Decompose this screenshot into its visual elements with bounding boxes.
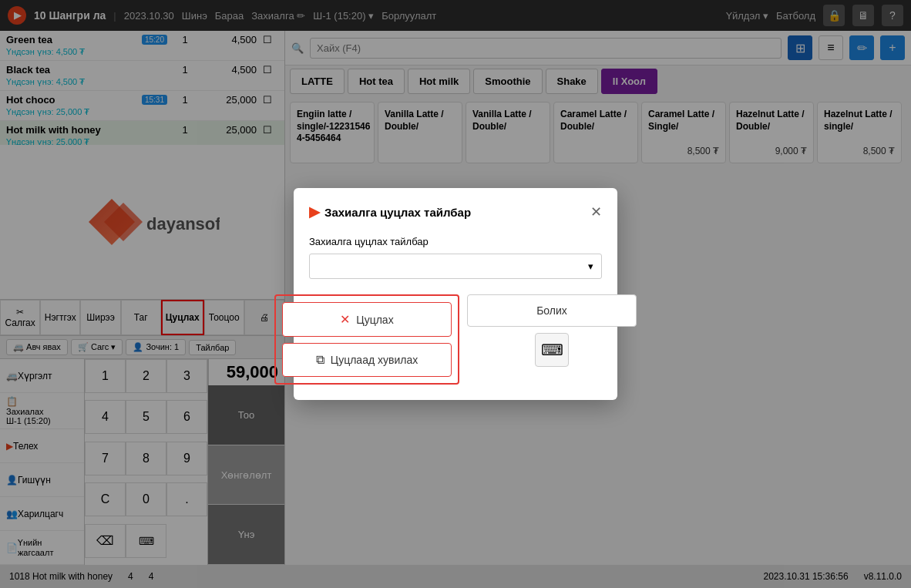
cancel-button[interactable]: Болих — [467, 294, 637, 327]
modal-field-label: Захиалга цуцлах тайлбар — [309, 236, 602, 247]
keyboard-button[interactable]: ⌨ — [535, 333, 569, 367]
chevron-down-icon: ▾ — [588, 260, 593, 272]
copy-delete-button[interactable]: ⧉ Цуцлаад хувилах — [282, 343, 452, 377]
copy-icon: ⧉ — [316, 353, 324, 367]
modal-btn-group: ✕ Цуцлах ⧉ Цуцлаад хувилах — [274, 294, 459, 385]
cancel-order-modal: ▶ Захиалга цуцлах тайлбар ✕ Захиалга цуц… — [294, 188, 617, 400]
modal-title: ▶ Захиалга цуцлах тайлбар — [309, 203, 471, 220]
modal-overlay: ▶ Захиалга цуцлах тайлбар ✕ Захиалга цуц… — [0, 0, 911, 588]
modal-header: ▶ Захиалга цуцлах тайлбар ✕ — [309, 203, 602, 220]
modal-reason-select[interactable]: ▾ — [309, 254, 602, 279]
modal-close-button[interactable]: ✕ — [590, 203, 602, 220]
delete-button[interactable]: ✕ Цуцлах — [282, 302, 452, 337]
modal-actions-row: ✕ Цуцлах ⧉ Цуцлаад хувилах Болих ⌨ — [309, 294, 602, 385]
delete-icon: ✕ — [340, 312, 350, 327]
modal-logo-icon: ▶ — [309, 203, 320, 220]
keyboard-icon: ⌨ — [541, 341, 563, 359]
